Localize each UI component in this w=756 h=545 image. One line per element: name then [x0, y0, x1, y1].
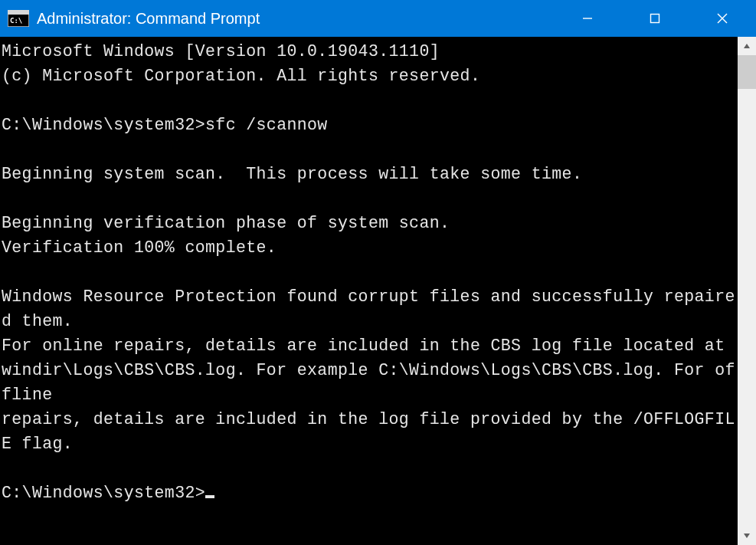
maximize-button[interactable] [621, 0, 689, 37]
terminal-line: Beginning verification phase of system s… [2, 214, 450, 232]
terminal-line: Beginning system scan. This process will… [2, 165, 582, 183]
window-title: Administrator: Command Prompt [37, 10, 554, 28]
terminal-line: (c) Microsoft Corporation. All rights re… [2, 67, 480, 85]
scroll-track[interactable] [738, 55, 756, 527]
terminal-output[interactable]: Microsoft Windows [Version 10.0.19043.11… [0, 37, 738, 545]
terminal-line: windir\Logs\CBS\CBS.log. For example C:\… [2, 361, 735, 404]
terminal-line: repairs, details are included in the log… [2, 410, 735, 453]
svg-rect-4 [651, 15, 659, 23]
window-controls [554, 0, 756, 37]
scroll-thumb[interactable] [738, 55, 756, 89]
titlebar[interactable]: C:\ Administrator: Command Prompt [0, 0, 756, 37]
scroll-up-button[interactable] [738, 37, 756, 55]
svg-rect-1 [8, 10, 29, 15]
svg-marker-7 [744, 44, 750, 48]
terminal-line: Windows Resource Protection found corrup… [2, 287, 735, 330]
text-cursor [205, 495, 214, 498]
terminal-line: Microsoft Windows [Version 10.0.19043.11… [2, 42, 440, 61]
svg-marker-8 [744, 534, 750, 538]
scroll-down-button[interactable] [738, 527, 756, 545]
terminal-line: Verification 100% complete. [2, 238, 277, 257]
content-area: Microsoft Windows [Version 10.0.19043.11… [0, 37, 756, 545]
vertical-scrollbar[interactable] [738, 37, 756, 545]
close-button[interactable] [689, 0, 756, 37]
minimize-button[interactable] [554, 0, 621, 37]
terminal-line: For online repairs, details are included… [2, 337, 725, 355]
svg-text:C:\: C:\ [10, 17, 22, 25]
terminal-line: C:\Windows\system32> [2, 484, 205, 502]
terminal-line: C:\Windows\system32>sfc /scannow [2, 116, 328, 134]
cmd-icon: C:\ [5, 5, 32, 32]
